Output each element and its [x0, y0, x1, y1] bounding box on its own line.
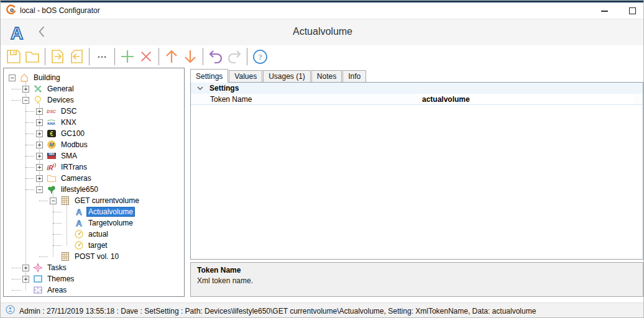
sma-icon: SMA	[46, 151, 57, 161]
svg-text:A: A	[76, 207, 82, 217]
tree-item-cameras[interactable]: +Cameras	[4, 173, 184, 184]
tree-item-building[interactable]: −Building	[4, 72, 184, 83]
toolbar-separator	[247, 48, 247, 65]
node-header: A Actualvolume	[1, 19, 644, 45]
app-window: local - bOS Configurator A Actualvolume …	[0, 0, 644, 318]
tab-values[interactable]: Values	[229, 70, 262, 82]
tree-item-label: lifestyle650	[59, 184, 100, 194]
tree-item-label: Building	[32, 73, 62, 83]
tree-item-post-vol-10[interactable]: POST vol. 10	[4, 251, 184, 262]
tab-usages-1[interactable]: Usages (1)	[263, 70, 311, 82]
tree-item-areas[interactable]: Areas	[4, 284, 184, 296]
expander-plus-icon[interactable]: +	[36, 108, 43, 115]
dsc-icon: DSC	[46, 106, 57, 116]
expander-plus-icon[interactable]: +	[36, 142, 43, 148]
plus-icon	[119, 48, 136, 65]
tree-item-label: SMA	[59, 151, 79, 161]
import-icon	[68, 48, 85, 65]
a-letter-icon: A	[73, 218, 84, 228]
tab-settings[interactable]: Settings	[190, 69, 228, 83]
expander-plus-icon[interactable]: +	[36, 153, 43, 160]
tree-item-actual[interactable]: actual	[4, 229, 184, 240]
maximize-button[interactable]	[629, 7, 636, 14]
tree-item-label: Devices	[45, 95, 76, 105]
tree-item-targetvolume[interactable]: ATargetvolume	[4, 217, 184, 229]
expander-plus-icon[interactable]: +	[36, 164, 43, 171]
tree-item-devices[interactable]: −Devices	[4, 94, 184, 106]
tree-item-knx[interactable]: +KNXKNX	[4, 117, 184, 128]
device-tree-panel: −Building+General−Devices+DSCDSC+KNXKNX+…	[3, 68, 185, 297]
arrow-up-icon	[163, 48, 180, 65]
token-name-value-field[interactable]: actualvolume	[422, 94, 633, 104]
svg-text:DSC: DSC	[47, 109, 57, 114]
areas-icon	[32, 285, 43, 295]
expander-minus-icon[interactable]: −	[50, 198, 57, 204]
token-name-label: Token Name	[210, 95, 252, 104]
house-icon	[19, 73, 29, 83]
minimize-button[interactable]	[601, 11, 608, 12]
expander-plus-icon[interactable]: +	[36, 175, 43, 182]
tree-item-label: GET currentvolume	[73, 196, 141, 206]
redo-button[interactable]	[225, 47, 244, 66]
delete-button[interactable]	[137, 47, 155, 66]
redo-icon	[226, 48, 242, 65]
expander-minus-icon[interactable]: −	[9, 75, 16, 81]
expander-minus-icon[interactable]: −	[36, 186, 43, 193]
move-down-button[interactable]	[181, 47, 200, 66]
description-text: Xml token name.	[197, 276, 637, 285]
tree-item-dsc[interactable]: +DSCDSC	[4, 106, 184, 117]
tab-notes[interactable]: Notes	[311, 70, 342, 82]
undo-button[interactable]	[206, 47, 225, 66]
more-button[interactable]	[93, 47, 111, 66]
help-button[interactable]: ?	[251, 47, 269, 66]
settings-group-row[interactable]: Settings	[191, 83, 643, 94]
tree-speaker-icon	[46, 184, 57, 194]
move-up-button[interactable]	[162, 47, 181, 66]
gauge-icon	[73, 240, 84, 250]
svg-text:?: ?	[258, 52, 262, 61]
tree-item-sma[interactable]: +SMASMA	[4, 150, 184, 161]
chevron-down-icon	[197, 84, 203, 93]
add-button[interactable]	[118, 47, 137, 66]
tree-item-modbus[interactable]: +MModbus	[4, 139, 184, 150]
token-name-row[interactable]: Token Name actualvolume	[191, 94, 643, 105]
svg-text:A: A	[76, 219, 82, 228]
tree-item-themes[interactable]: +Themes	[4, 273, 184, 284]
tree-item-label: KNX	[59, 117, 78, 127]
tree-item-label: Tasks	[45, 263, 68, 273]
export-button[interactable]	[48, 47, 67, 66]
tree-item-gc100[interactable]: +€GC100	[4, 128, 184, 139]
svg-text:iR: iR	[47, 165, 53, 171]
tree-item-tasks[interactable]: +Tasks	[4, 262, 184, 273]
svg-text:SMA: SMA	[48, 153, 55, 156]
save-button[interactable]	[4, 47, 23, 66]
tree-item-target[interactable]: target	[4, 240, 184, 251]
expander-plus-icon[interactable]: +	[36, 130, 43, 137]
tree-item-actualvolume[interactable]: AActualvolume	[4, 206, 184, 217]
import-button[interactable]	[67, 47, 86, 66]
tree-item-get-currentvolume[interactable]: −GET currentvolume	[4, 195, 184, 206]
arrow-down-icon	[182, 48, 198, 65]
expander-plus-icon[interactable]: +	[36, 119, 43, 126]
device-tree: −Building+General−Devices+DSCDSC+KNXKNX+…	[4, 68, 184, 296]
app-logo-icon	[6, 4, 16, 17]
tree-item-general[interactable]: +General	[4, 83, 184, 94]
expander-plus-icon[interactable]: +	[22, 86, 29, 93]
expander-minus-icon[interactable]: −	[22, 97, 29, 104]
expander-plus-icon[interactable]: +	[22, 265, 29, 271]
gauge-icon	[73, 229, 84, 239]
tab-info[interactable]: Info	[343, 70, 366, 82]
page-title: Actualvolume	[1, 26, 644, 37]
tree-item-label: actual	[86, 229, 110, 239]
open-button[interactable]	[23, 47, 42, 66]
tree-item-label: POST vol. 10	[73, 252, 121, 261]
tree-item-lifestyle650[interactable]: −lifestyle650	[4, 184, 184, 195]
expander-plus-icon[interactable]: +	[22, 276, 29, 283]
toolbar: ?	[1, 45, 644, 68]
floppy-icon	[6, 48, 22, 65]
bulb-icon	[32, 95, 43, 105]
knx-icon: KNX	[46, 117, 57, 127]
tree-item-irtrans[interactable]: +iRIRTrans	[4, 161, 184, 173]
tree-item-label: target	[86, 240, 109, 250]
window-controls	[601, 2, 636, 19]
